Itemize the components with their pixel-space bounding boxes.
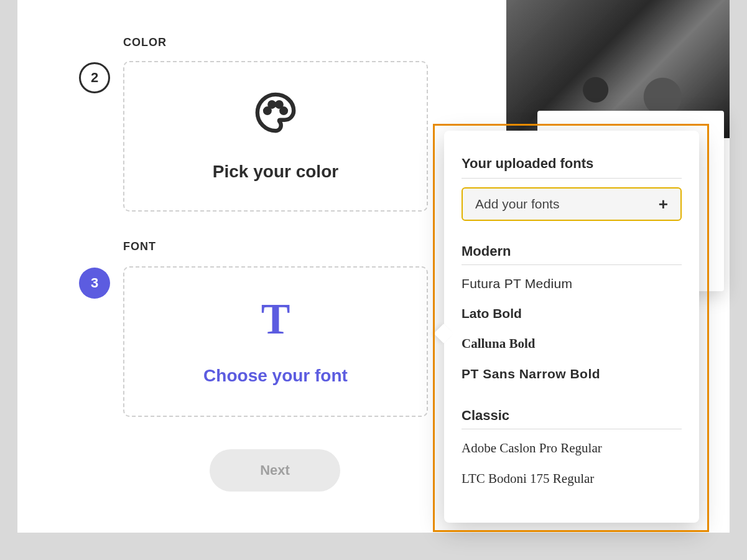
add-fonts-label: Add your fonts (475, 197, 559, 212)
step-badge-3: 3 (79, 268, 110, 299)
plus-icon: + (659, 195, 668, 214)
uploaded-fonts-heading: Your uploaded fonts (462, 156, 682, 179)
color-picker-card[interactable]: Pick your color (123, 61, 428, 212)
next-button-label: Next (260, 462, 290, 478)
palette-icon (254, 91, 297, 137)
text-icon: T (261, 297, 290, 341)
font-popover: Your uploaded fonts Add your fonts + Mod… (444, 131, 699, 523)
svg-point-3 (281, 108, 286, 113)
font-item[interactable]: Calluna Bold (462, 325, 682, 355)
editor-canvas: COLOR 2 Pick your color FONT 3 T Choose … (17, 0, 730, 533)
step-badge-2: 2 (79, 62, 110, 93)
font-item[interactable]: Adobe Caslon Pro Regular (462, 429, 682, 460)
font-group-modern-heading: Modern (462, 243, 682, 265)
font-item[interactable]: PT Sans Narrow Bold (462, 355, 682, 385)
svg-point-2 (277, 102, 282, 107)
section-label-color: COLOR (123, 36, 167, 49)
add-fonts-button[interactable]: Add your fonts + (462, 187, 682, 221)
svg-point-1 (269, 102, 274, 107)
font-picker-card[interactable]: T Choose your font (123, 266, 428, 417)
font-group-modern: Modern Futura PT Medium Lato Bold Callun… (462, 243, 682, 385)
font-item[interactable]: Futura PT Medium (462, 265, 682, 295)
font-item[interactable]: LTC Bodoni 175 Regular (462, 460, 682, 490)
next-button[interactable]: Next (210, 449, 340, 492)
font-group-classic-heading: Classic (462, 408, 682, 429)
section-label-font: FONT (123, 240, 156, 253)
color-card-title: Pick your color (213, 162, 338, 182)
svg-point-0 (265, 108, 270, 113)
font-group-classic: Classic Adobe Caslon Pro Regular LTC Bod… (462, 408, 682, 490)
font-item[interactable]: Lato Bold (462, 295, 682, 325)
font-card-title: Choose your font (203, 366, 348, 386)
step-number-3: 3 (91, 275, 98, 291)
step-number-2: 2 (91, 70, 98, 86)
